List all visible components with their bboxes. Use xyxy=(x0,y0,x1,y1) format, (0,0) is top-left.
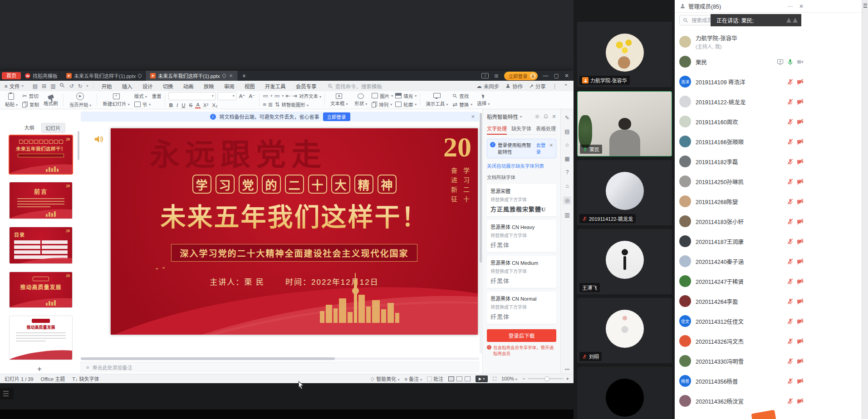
mic-muted-icon[interactable] xyxy=(787,238,794,245)
camera-muted-icon[interactable] xyxy=(797,338,804,345)
fill-button[interactable]: 填充 ▾ xyxy=(395,93,417,99)
arrange-button[interactable]: 排列 ▾ xyxy=(372,101,393,108)
align-center-icon[interactable]: ≣ xyxy=(268,102,273,107)
ribbon-tab[interactable]: 切换 xyxy=(158,82,178,91)
presentation-tools-button[interactable]: 演示工具 ▾ xyxy=(423,92,450,108)
camera-muted-icon[interactable] xyxy=(797,378,804,385)
theme-name[interactable]: Office 主题 xyxy=(41,375,65,382)
tab-docer-templates[interactable]: W 找稻壳模板 xyxy=(21,71,62,81)
play-from-current-button[interactable]: ▶当页开始 ▾ xyxy=(67,92,93,108)
mic-muted-icon[interactable] xyxy=(787,278,794,285)
file-menu[interactable]: ≡ 文件 ▾ xyxy=(0,83,28,90)
member-row[interactable]: 2020114362杨汶宜 xyxy=(675,391,806,411)
camera-muted-icon[interactable] xyxy=(797,278,804,285)
missing-font-card[interactable]: 思源黑体 CN Heavy 将替换成下方字体 纤黑体 xyxy=(487,220,556,252)
ribbon-tab[interactable]: 会员专享 xyxy=(291,82,321,91)
missing-font-card[interactable]: 思源黑体 CN Medium 将替换成下方字体 纤黑体 xyxy=(487,256,556,288)
redo-icon[interactable]: ↻ xyxy=(78,83,83,89)
member-row[interactable]: 2019114182李磊 xyxy=(675,151,806,171)
align-left-icon[interactable]: ≡ xyxy=(263,102,266,107)
member-row[interactable]: 杨普 2020114356杨普 xyxy=(675,371,806,391)
bell-icon[interactable] xyxy=(543,114,549,119)
restore-button[interactable]: ▢ xyxy=(554,73,559,79)
video-tile-yaolonglong[interactable]: 2019114122-姚龙龙 xyxy=(577,160,672,225)
canvas-horizontal-scrollbar[interactable] xyxy=(81,357,479,360)
font-color-button[interactable]: A xyxy=(195,102,201,108)
member-row[interactable]: 2020114264李盈 xyxy=(675,291,806,311)
textbox-button[interactable]: A文本框 ▾ xyxy=(328,92,350,108)
ribbon-tab[interactable]: 插入 xyxy=(118,82,137,91)
tab-presentation-2-active[interactable]: P 未来五年我们这样干(1).pptx ✕ xyxy=(146,71,238,81)
notes-button[interactable]: ≡ 备注 ▾ xyxy=(404,375,422,382)
pin-icon[interactable] xyxy=(221,73,226,78)
canvas-vertical-scrollbar[interactable] xyxy=(480,113,482,353)
select-button[interactable]: 选择 ▾ xyxy=(475,92,492,108)
member-row[interactable]: 浩洋 2019114109 蒋浩洋 xyxy=(675,72,806,92)
docer-tool-icon-active[interactable]: ◎ xyxy=(563,196,571,205)
collapse-ribbon-icon[interactable]: ⌃ xyxy=(564,83,568,89)
tab-presentation-1[interactable]: P 未来五年我们这样干(1).pptx xyxy=(62,71,146,81)
mic-muted-icon[interactable] xyxy=(787,158,794,165)
export-icon[interactable]: ⊞ xyxy=(42,83,46,89)
minimize-button[interactable]: — xyxy=(543,73,549,79)
beautify-button[interactable]: ♢ 智能美化 ▾ xyxy=(370,375,399,382)
tab-outline[interactable]: 大纲 xyxy=(20,123,39,133)
close-notification-icon[interactable]: ✕ xyxy=(471,114,475,120)
close-window-button[interactable]: ✕ xyxy=(564,73,569,79)
video-tile-zhangronghua[interactable]: 力航学院-张容华 xyxy=(577,22,672,87)
slide-thumb-2[interactable]: 20 前言 xyxy=(10,182,72,219)
notes-bar[interactable]: ≡ 单击此处添加备注 xyxy=(80,362,480,372)
member-row[interactable]: 2019114122-姚龙龙 xyxy=(675,92,806,112)
font-family-select[interactable]: ▾ xyxy=(168,92,216,100)
ribbon-tab[interactable]: 开发工具 xyxy=(260,82,290,91)
video-tile-limin-speaking[interactable]: 栗民 xyxy=(577,91,672,156)
camera-muted-icon[interactable] xyxy=(797,158,804,165)
member-row[interactable]: 2019114268陈燮 xyxy=(675,191,806,211)
member-row[interactable]: 2019114160周欢 xyxy=(675,112,806,132)
member-row[interactable]: 2019114166张顺顺 xyxy=(675,132,806,151)
mic-muted-icon[interactable] xyxy=(787,378,794,385)
outline-button[interactable]: 轮廓 ▾ xyxy=(395,101,417,108)
chevron-down-icon[interactable]: ▾ xyxy=(87,84,88,88)
comments-button[interactable]: ▢ 批注 xyxy=(427,375,443,382)
camera-icon[interactable] xyxy=(797,58,804,65)
video-tile-liuxu[interactable]: 刘栩 xyxy=(577,298,672,363)
reading-view-icon[interactable] xyxy=(465,376,471,381)
cut-button[interactable]: ✂剪切 xyxy=(22,93,39,99)
collaborate-button[interactable]: 协作 xyxy=(505,83,523,90)
zoom-level[interactable]: 100% ▾ xyxy=(501,376,517,381)
mic-muted-icon[interactable] xyxy=(787,318,794,325)
video-tile-wangpufei[interactable]: 王溥飞 xyxy=(577,229,672,294)
multi-window-icon[interactable]: 2 xyxy=(481,73,489,78)
section-button[interactable]: 节 ▾ xyxy=(134,101,162,108)
tab-slides[interactable]: 幻灯片 xyxy=(41,123,65,133)
mic-on-icon[interactable] xyxy=(787,58,794,65)
camera-muted-icon[interactable] xyxy=(797,238,804,245)
slide-thumb-1[interactable]: 20 未来五年我们这样干！ xyxy=(10,136,72,174)
undo-icon[interactable]: ↺ xyxy=(69,83,74,89)
picture-button[interactable]: 图片 ▾ xyxy=(372,93,393,99)
disable-autoshow-link[interactable]: 关闭自动展示缺失字体列表 xyxy=(487,162,556,169)
strikethrough-button[interactable]: S xyxy=(188,102,194,108)
apps-grid-icon[interactable]: ⊞ xyxy=(494,73,498,79)
close-panel-icon[interactable]: ✕ xyxy=(799,3,804,10)
superscript-button[interactable]: X² xyxy=(202,102,210,108)
home-tool-icon[interactable]: ⌂ xyxy=(565,183,569,189)
ribbon-tab[interactable]: 放映 xyxy=(199,82,219,91)
bullet-list-icon[interactable]: ≔ xyxy=(263,93,269,99)
help-tool-icon[interactable]: ? xyxy=(566,169,569,175)
mic-muted-icon[interactable] xyxy=(787,138,794,145)
camera-muted-icon[interactable] xyxy=(797,398,804,404)
camera-muted-icon[interactable] xyxy=(797,198,804,205)
slide-title[interactable]: 未来五年我们这样干！ xyxy=(111,196,478,233)
mic-muted-icon[interactable] xyxy=(787,218,794,225)
missing-font-card[interactable]: 思源宋體 将替换成下方字体 方正風雅楷宋繁體U xyxy=(487,184,556,216)
print-icon[interactable]: ▥ xyxy=(50,83,55,89)
share-button[interactable]: ↗分享 xyxy=(529,83,546,90)
slide-canvas[interactable]: 永远跟党走 20 奋进新征 学习二十 学习党的二十大精神 未来五年我们这样干！ … xyxy=(111,128,478,335)
member-row[interactable]: 栗民 xyxy=(675,52,806,72)
bold-button[interactable]: B xyxy=(168,102,174,108)
floating-toolbar-widget[interactable] xyxy=(0,388,14,400)
chevron-down-icon[interactable]: ▾ xyxy=(520,115,522,119)
more-tools-icon[interactable]: ••• xyxy=(565,367,570,372)
